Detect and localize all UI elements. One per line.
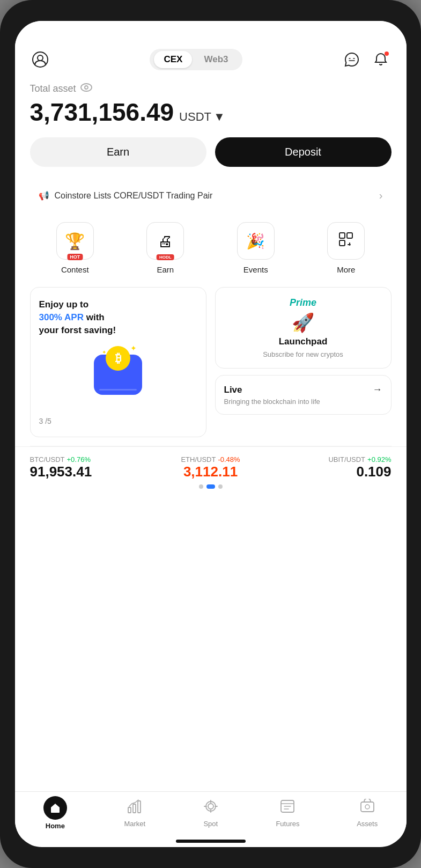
- earn-button[interactable]: Earn: [30, 137, 206, 167]
- svg-rect-8: [348, 244, 351, 245]
- hot-badge: HOT: [67, 254, 83, 260]
- svg-rect-10: [133, 804, 136, 813]
- launchpad-icon: 🚀: [292, 312, 314, 333]
- earn-icon-wrap: 🖨 HODL: [146, 222, 184, 260]
- home-icon: [43, 796, 67, 820]
- more-icon: [337, 231, 354, 252]
- ubit-change: +0.92%: [367, 455, 391, 464]
- market-label: Market: [124, 820, 145, 828]
- profile-icon[interactable]: [30, 49, 50, 70]
- events-icon-wrap: 🎉: [237, 222, 275, 260]
- eye-icon[interactable]: [80, 83, 92, 94]
- nav-icons: [342, 49, 391, 70]
- futures-icon: [279, 799, 296, 818]
- btc-change: +0.76%: [67, 455, 91, 464]
- total-asset-label: Total asset: [30, 83, 76, 94]
- promo-card-right: Prime 🚀 Launchpad Subscribe for new cryp…: [215, 287, 392, 437]
- futures-label: Futures: [276, 820, 299, 828]
- svg-rect-6: [339, 240, 345, 246]
- contest-icon: 🏆: [65, 232, 85, 251]
- announcement-bar[interactable]: 📢 Coinstore Lists CORE/USDT Trading Pair…: [30, 182, 392, 209]
- btc-price: 91,953.41: [30, 464, 151, 480]
- action-buttons: Earn Deposit: [30, 137, 392, 167]
- quick-action-contest[interactable]: 🏆 HOT Contest: [56, 222, 94, 274]
- live-row: Live →: [224, 384, 382, 395]
- eth-change: -0.48%: [218, 455, 240, 464]
- promo-page-num: 3 /5: [39, 416, 197, 426]
- ticker-section: BTC/USDT +0.76% 91,953.41 ETH/USDT -0.48…: [15, 446, 407, 499]
- asset-section: Total asset 3,731,156.49 USDT ▼: [15, 75, 407, 178]
- asset-currency[interactable]: USDT ▼: [179, 110, 225, 124]
- quick-action-earn[interactable]: 🖨 HODL Earn: [146, 222, 184, 274]
- events-icon: 🎉: [246, 232, 265, 250]
- earn-label: Earn: [157, 265, 174, 274]
- web3-tab[interactable]: Web3: [194, 51, 238, 68]
- megaphone-icon: 📢: [39, 190, 49, 201]
- svg-rect-22: [361, 802, 374, 812]
- bitcoin-wallet-illustration: ✦ ✦ ₿: [39, 355, 197, 397]
- mode-toggle[interactable]: CEX Web3: [150, 49, 242, 70]
- quick-action-more[interactable]: More: [327, 222, 365, 274]
- ubit-price: 0.109: [271, 464, 392, 480]
- promo-text: Enjoy up to 300% APR with your forst sav…: [39, 298, 197, 336]
- live-subtitle: Bringing the blockchain into life: [224, 398, 382, 406]
- announcement-content: 📢 Coinstore Lists CORE/USDT Trading Pair: [39, 190, 213, 201]
- page-dot-3: [218, 484, 223, 489]
- launchpad-card[interactable]: Prime 🚀 Launchpad Subscribe for new cryp…: [215, 287, 392, 369]
- earn-icon: 🖨: [158, 232, 173, 250]
- btc-pair: BTC/USDT: [30, 455, 65, 464]
- support-icon[interactable]: [342, 49, 362, 70]
- bottom-nav: Home Market: [15, 791, 407, 840]
- currency-dropdown-icon[interactable]: ▼: [213, 110, 225, 124]
- asset-amount: 3,731,156.49 USDT ▼: [30, 98, 392, 127]
- live-arrow: →: [373, 384, 382, 395]
- nav-spot[interactable]: Spot: [203, 799, 219, 828]
- page-dot-1: [199, 484, 203, 489]
- notification-icon[interactable]: [371, 49, 391, 70]
- svg-point-1: [38, 55, 43, 61]
- more-icon-wrap: [327, 222, 365, 260]
- announcement-chevron[interactable]: ›: [379, 189, 383, 202]
- svg-point-2: [81, 84, 92, 91]
- assets-icon: [359, 799, 375, 818]
- spot-label: Spot: [203, 820, 218, 828]
- home-indicator: [176, 840, 246, 843]
- svg-rect-11: [138, 801, 141, 813]
- svg-point-13: [208, 804, 213, 809]
- events-label: Events: [243, 265, 268, 274]
- promo-heading: Enjoy up to 300% APR with your forst sav…: [39, 298, 197, 336]
- nav-futures[interactable]: Futures: [276, 799, 299, 828]
- ticker-ubit[interactable]: UBIT/USDT +0.92% 0.109: [271, 455, 392, 480]
- ticker-eth[interactable]: ETH/USDT -0.48% 3,112.11: [150, 455, 271, 480]
- ticker-btc[interactable]: BTC/USDT +0.76% 91,953.41: [30, 455, 151, 480]
- hodl-badge: HODL: [157, 254, 174, 260]
- assets-label: Assets: [357, 820, 378, 828]
- spot-icon: [203, 799, 219, 818]
- more-label: More: [337, 265, 355, 274]
- eth-pair: ETH/USDT: [181, 455, 216, 464]
- page-dot-2: [206, 484, 215, 489]
- promo-grid: Enjoy up to 300% APR with your forst sav…: [15, 283, 407, 446]
- deposit-button[interactable]: Deposit: [215, 137, 392, 167]
- launchpad-subtitle: Subscribe for new cryptos: [263, 350, 343, 358]
- live-card[interactable]: Live → Bringing the blockchain into life: [215, 375, 392, 415]
- prime-label: Prime: [290, 297, 316, 308]
- promo-card-savings[interactable]: Enjoy up to 300% APR with your forst sav…: [30, 287, 206, 437]
- nav-market[interactable]: Market: [124, 799, 145, 828]
- svg-rect-5: [347, 233, 352, 238]
- quick-action-events[interactable]: 🎉 Events: [237, 222, 275, 274]
- eth-price: 3,112.11: [150, 464, 271, 480]
- live-title: Live: [224, 385, 242, 395]
- content-area: Total asset 3,731,156.49 USDT ▼: [15, 75, 407, 791]
- contest-label: Contest: [61, 265, 89, 274]
- launchpad-title: Launchpad: [279, 336, 328, 347]
- ubit-pair: UBIT/USDT: [328, 455, 365, 464]
- nav-home[interactable]: Home: [43, 796, 67, 830]
- announcement-text: Coinstore Lists CORE/USDT Trading Pair: [55, 191, 213, 201]
- contest-icon-wrap: 🏆 HOT: [56, 222, 94, 260]
- svg-point-3: [85, 86, 88, 89]
- home-label: Home: [46, 822, 65, 830]
- nav-assets[interactable]: Assets: [357, 799, 378, 828]
- quick-actions: 🏆 HOT Contest 🖨 HODL Earn 🎉: [15, 214, 407, 283]
- cex-tab[interactable]: CEX: [154, 51, 192, 68]
